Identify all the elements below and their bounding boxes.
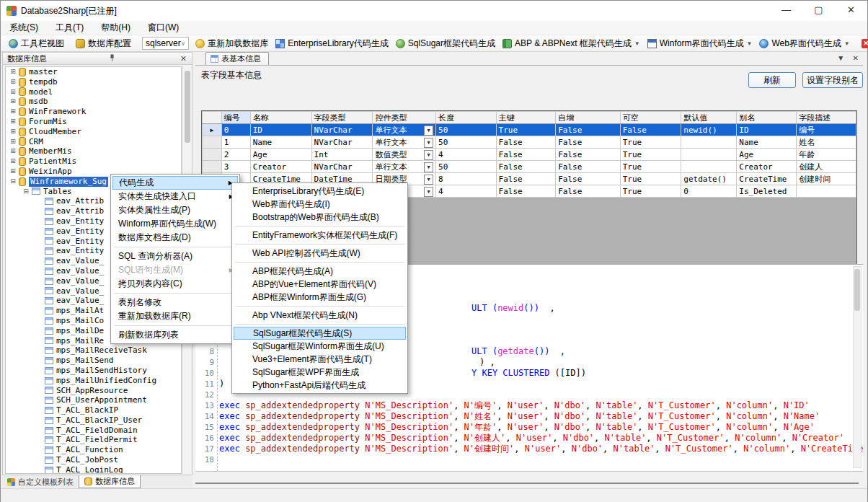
sql-scrollbar-thumb[interactable] [854, 269, 860, 311]
grid-cell[interactable]: Name [250, 136, 311, 149]
expand-icon[interactable]: ⊞ [9, 127, 17, 137]
cell-dropdown-icon[interactable]: ▼ [424, 187, 433, 197]
grid-cell[interactable]: False [556, 161, 621, 173]
tab-database-info[interactable]: 数据库信息 [79, 475, 141, 488]
grid-cell[interactable]: CreateTime [737, 173, 797, 185]
grid-cell[interactable]: ▼单行文本 [373, 124, 436, 136]
grid-cell[interactable]: 创建人 [797, 161, 856, 173]
submenu-item[interactable]: EntityFramework实体框架代码生成(F) [234, 229, 406, 242]
grid-cell[interactable]: 0 [221, 124, 250, 136]
grid-cell[interactable]: 4 [436, 149, 497, 161]
grid-cell[interactable]: Name [737, 136, 797, 149]
expand-icon[interactable]: ⊞ [9, 157, 17, 167]
context-menu-item[interactable]: 重新加载数据库(R) [112, 309, 238, 323]
tree-item-database[interactable]: ⊞ForumMis [6, 117, 181, 127]
grid-cell[interactable]: 编号 [797, 124, 856, 136]
tab-table-basic-info[interactable]: 表基本信息 [205, 52, 269, 65]
collapse-icon[interactable]: ⊟ [9, 177, 17, 187]
tree-item-table[interactable]: T_ACL_BlackIP [6, 405, 181, 415]
tree-item-table[interactable]: mps_MailReceiveTask [6, 345, 181, 356]
grid-cell[interactable]: 创建时间 [797, 173, 856, 185]
context-menu-item[interactable]: 代码生成▶ [112, 176, 238, 190]
cell-dropdown-icon[interactable]: ▼ [424, 150, 433, 160]
grid-cell[interactable]: ID [250, 124, 311, 136]
grid-cell[interactable]: True [620, 185, 681, 198]
menu-tools[interactable]: 工具(T) [47, 22, 92, 34]
tree-item-table[interactable]: SCH_UserAppointment [6, 395, 181, 405]
collapse-icon[interactable]: ⊟ [22, 187, 30, 197]
maximize-button[interactable]: ▢ [802, 1, 835, 21]
grid-cell[interactable]: 50 [436, 124, 497, 136]
tree-item-table[interactable]: T_ACL_LoginLog [6, 465, 181, 474]
menu-window[interactable]: 窗口(W) [139, 22, 187, 34]
grid-cell[interactable]: False [556, 124, 621, 136]
grid-cell[interactable]: NVarChar [311, 124, 373, 136]
grid-cell[interactable]: False [496, 149, 556, 161]
cell-dropdown-icon[interactable]: ▼ [424, 175, 433, 185]
sql-scrollbar[interactable] [853, 266, 862, 468]
submenu-item[interactable]: Abp VNext框架代码生成(N) [234, 309, 406, 322]
grid-column-header[interactable]: 编号 [221, 112, 250, 124]
grid-cell[interactable]: False [556, 185, 621, 198]
grid-cell[interactable]: 姓名 [797, 136, 856, 149]
context-menu-item[interactable]: SQL 查询分析器(A) [112, 250, 238, 263]
grid-column-header[interactable]: 控件类型 [373, 112, 436, 124]
grid-cell[interactable]: True [620, 173, 681, 185]
row-marker-cell[interactable] [203, 149, 222, 161]
context-menu-item[interactable]: Winform界面代码生成(W) [112, 217, 238, 231]
grid-cell[interactable] [681, 136, 737, 149]
submenu-item[interactable]: Vue3+Element界面代码生成(T) [234, 353, 406, 366]
tree-item-database[interactable]: ⊞PatientMis [6, 157, 181, 167]
submenu-item[interactable]: EnterpriseLibrary代码生成(E) [234, 185, 406, 198]
grid-cell[interactable]: 4 [436, 185, 497, 198]
submenu-item[interactable]: Web界面代码生成(I) [234, 198, 406, 211]
expand-icon[interactable]: ⊞ [9, 117, 17, 127]
tree-item-table[interactable]: mps_MailUnifiedConfig [6, 376, 181, 386]
toolbar-view-button[interactable]: 工具栏视图 [5, 36, 68, 50]
grid-cell[interactable]: False [496, 136, 556, 149]
close-button[interactable]: ✕ [835, 1, 867, 21]
tree-item-database[interactable]: ⊞CloudMember [6, 127, 181, 137]
expand-icon[interactable]: ⊞ [9, 167, 17, 177]
context-menu-item[interactable]: 实体类生成快速入口▶ [112, 190, 238, 203]
tree-item-table[interactable]: mps_MailSend [6, 356, 181, 366]
tree-item-table[interactable]: T_ACL_Function [6, 445, 181, 455]
toolbar-enterpriselibrary-button[interactable]: EnterpriseLibrary代码生成 [272, 36, 391, 50]
grid-column-header[interactable]: 字段描述 [797, 112, 856, 124]
submenu-item[interactable]: ABP框架Winform界面生成(G) [234, 291, 406, 304]
grid-cell[interactable]: False [556, 149, 621, 161]
grid-cell[interactable] [681, 149, 737, 161]
grid-column-header[interactable]: 字段类型 [311, 112, 373, 124]
grid-cell[interactable]: 3 [221, 161, 250, 173]
set-field-alias-button[interactable]: 设置字段别名 [802, 72, 863, 88]
submenu-item[interactable]: Web API控制器代码生成(W) [234, 247, 406, 260]
grid-column-header[interactable]: 长度 [436, 112, 497, 124]
grid-cell[interactable]: False [496, 173, 556, 185]
tab-custom-templates[interactable]: 自定义模板列表 [2, 475, 79, 488]
grid-cell[interactable]: ▼单行文本 [373, 161, 436, 173]
grid-cell[interactable]: False [496, 185, 556, 198]
submenu-item[interactable]: SqlSugar框架WPF界面生成 [234, 366, 406, 379]
expand-icon[interactable]: ⊞ [9, 87, 17, 97]
dock-close-icon[interactable]: ✕ [178, 54, 189, 63]
row-marker-cell[interactable] [203, 136, 222, 149]
tree-scrollbar-thumb[interactable] [185, 71, 190, 143]
grid-cell[interactable]: True [496, 124, 556, 136]
grid-column-header[interactable]: 自增 [556, 112, 621, 124]
refresh-button[interactable]: 刷新 [748, 72, 796, 88]
tab-close-icon[interactable]: ✕ [853, 54, 859, 62]
grid-cell[interactable]: 1 [221, 136, 250, 149]
grid-cell[interactable]: ▼数值类型 [373, 149, 436, 161]
tab-list-dropdown-icon[interactable]: ▼ [837, 54, 844, 62]
grid-cell[interactable]: Age [250, 149, 311, 161]
grid-cell[interactable]: False [556, 173, 621, 185]
grid-cell[interactable]: False [496, 161, 556, 173]
database-type-select[interactable]: sqlserver ∨ [142, 37, 189, 50]
grid-column-header[interactable]: 可空 [620, 112, 681, 124]
grid-cell[interactable]: 0 [681, 185, 737, 198]
menu-help[interactable]: 帮助(H) [92, 22, 139, 34]
expand-icon[interactable]: ⊞ [9, 77, 17, 87]
expand-icon[interactable]: ⊞ [9, 107, 17, 117]
grid-cell[interactable]: ID [737, 124, 797, 136]
tree-item-database[interactable]: ⊞tempdb [6, 77, 181, 87]
